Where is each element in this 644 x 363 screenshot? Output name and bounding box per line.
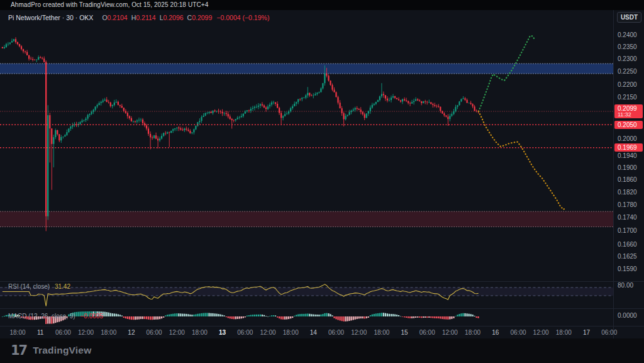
time-scale[interactable]: 18:001106:0012:0018:001206:0012:0018:001… [0, 327, 644, 338]
price-label: 0.2400 [618, 32, 637, 38]
time-label: 13 [219, 329, 226, 336]
change-value: −0.0004 (−0.19%) [216, 14, 269, 21]
time-label: 16 [492, 329, 499, 336]
footer-bar: 17 TradingView [0, 338, 644, 363]
price-scale[interactable]: 0.24000.23500.23000.22500.22000.21500.20… [613, 10, 644, 327]
ohlc-values: O0.2104H0.2114L0.2096C0.2099 [98, 14, 212, 21]
rsi-label: RSI (14, close) [8, 283, 50, 290]
price-label: 0.1660 [618, 242, 637, 248]
time-label: 14 [310, 329, 317, 336]
resistance-zone[interactable] [0, 64, 613, 74]
ohlc-l-value: 0.2096 [163, 14, 183, 21]
time-label: 18:00 [283, 329, 299, 336]
time-label: 18:00 [556, 329, 572, 336]
bar-countdown: 11:32 [618, 112, 643, 118]
symbol-legend: Pi Network/Tether · 30 · OKXO0.2104H0.21… [8, 14, 269, 21]
chart-canvas[interactable] [0, 0, 644, 338]
time-label: 18:00 [192, 329, 208, 336]
rsi-legend[interactable]: RSI (14, close) 31.42 [8, 283, 70, 290]
support-zone[interactable] [0, 211, 613, 226]
time-label: 12:00 [351, 329, 367, 336]
time-label: 12:00 [442, 329, 458, 336]
price-label: 0.2250 [618, 69, 637, 75]
price-label: 0.1820 [618, 189, 637, 196]
time-label: 17 [583, 329, 590, 336]
price-label: 0.1590 [618, 266, 637, 272]
time-label: 12:00 [533, 329, 549, 336]
time-label: 18:00 [465, 329, 480, 336]
symbol-title[interactable]: Pi Network/Tether · 30 · OKX [8, 14, 93, 21]
ohlc-o-label: O [102, 14, 107, 21]
macd-legend[interactable]: MACD (12, 26, close, 9) −0.0005 [8, 313, 103, 320]
tradingview-logo-icon: 17 [11, 343, 26, 358]
macd-scale-label: 0.0000 [618, 313, 637, 319]
price-label: 0.1940 [618, 153, 637, 159]
time-label: 06:00 [419, 329, 435, 336]
time-label: 12 [128, 329, 135, 336]
time-label: 06:00 [601, 329, 617, 336]
time-label: 15 [401, 329, 408, 336]
time-label: 18:00 [374, 329, 389, 336]
time-label: 06:00 [237, 329, 253, 336]
price-badge-01969: 0.1969 [614, 143, 643, 152]
time-label: 06:00 [55, 329, 71, 336]
price-label: 0.1740 [618, 215, 637, 221]
tradingview-logo[interactable]: 17 TradingView [11, 343, 91, 358]
ohlc-o-value: 0.2104 [108, 14, 128, 21]
time-label: 12:00 [169, 329, 185, 336]
currency-button[interactable]: USDT [617, 12, 641, 23]
price-label: 0.1900 [618, 165, 637, 171]
price-badge-02099: 0.209911:32 [614, 104, 643, 118]
price-label: 0.1625 [618, 254, 637, 260]
macd-label: MACD (12, 26, close, 9) [8, 313, 75, 320]
tradingview-chart-window: AhmadPro created with TradingView.com, O… [0, 0, 644, 363]
time-label: 06:00 [328, 329, 344, 336]
price-label: 0.2000 [618, 136, 637, 142]
time-label: 06:00 [147, 329, 162, 336]
price-label: 0.1780 [618, 202, 637, 208]
time-label: 18:00 [101, 329, 116, 336]
ohlc-h-value: 0.2114 [136, 14, 155, 21]
macd-value: −0.0005 [80, 313, 103, 320]
attribution-bar: AhmadPro created with TradingView.com, O… [0, 0, 644, 10]
time-label: 12:00 [260, 329, 275, 336]
time-label: 18:00 [9, 329, 25, 336]
rsi-value: 31.42 [55, 283, 70, 290]
rsi-scale-label: 80.00 [618, 282, 633, 289]
price-label: 0.2350 [618, 44, 637, 50]
price-badge-02050: 0.2050 [614, 121, 643, 129]
bearish-projection[interactable] [479, 111, 566, 209]
ohlc-c-value: 0.2099 [192, 14, 212, 21]
price-label: 0.1700 [618, 228, 637, 234]
price-label: 0.1860 [618, 177, 637, 183]
price-label: 0.2300 [618, 56, 637, 62]
time-label: 06:00 [510, 329, 526, 336]
time-label: 12:00 [78, 329, 94, 336]
time-label: 11 [37, 329, 43, 336]
price-label: 0.2150 [618, 94, 637, 101]
price-label: 0.2200 [618, 82, 637, 88]
tradingview-logo-text: TradingView [33, 345, 91, 356]
